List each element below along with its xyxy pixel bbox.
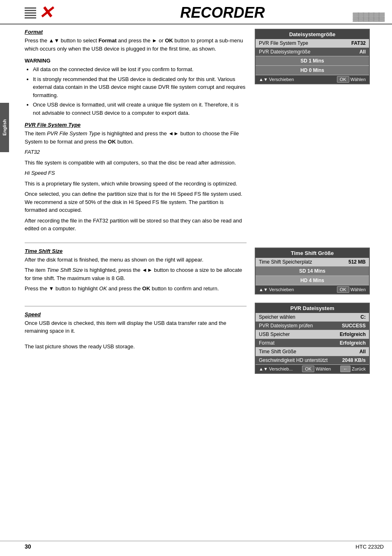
time-shift-intro: After the disk format is finished, the m… — [25, 256, 247, 264]
speed-section: Speed Once USB device is checked, this i… — [0, 303, 392, 379]
pvr-fs-heading: PVR File System Type — [25, 122, 247, 128]
dateisystemgroesse-title: Dateisystemgröße — [256, 30, 369, 39]
logo-lines — [25, 7, 36, 19]
menu-center-hd4: HD 4 Mins — [256, 276, 369, 285]
time-shift-heading: Time Shift Size — [25, 248, 247, 254]
speed-right: PVR Dateisystem Speicher wählen C: PVR D… — [255, 303, 370, 379]
hispeed-text: This is a proprietary file system, which… — [25, 180, 247, 188]
pvr-footer-ok: OK Wählen — [302, 366, 331, 371]
dateisystemgroesse-footer: ▲▼ Verschieben OK Wählen — [256, 75, 369, 83]
time-shift-menu-footer: ▲▼ Verschieben OK Wählen — [256, 285, 369, 294]
footer-ok-waehlen: OK Wählen — [337, 77, 366, 82]
header-dots: ▓▓▓▓▓▓ — [353, 12, 384, 21]
time-shift-left: Time Shift Size After the disk format is… — [25, 239, 247, 299]
warning-heading: WARNING — [25, 58, 247, 64]
ts-footer-ok: OK Wählen — [337, 287, 366, 292]
pvr-dateisystem-title: PVR Dateisystem — [256, 303, 369, 313]
page-title: RECORDER — [61, 4, 384, 21]
pvr-row-timeshift: Time Shift Größe All — [256, 348, 369, 356]
menu-row-time-shift-storage: Time Shift Speicherplatz 512 MB — [256, 258, 369, 266]
menu-row-pvr-fs-type: PVR File System Type FAT32 — [256, 39, 369, 48]
pvr-row-geschw: Geschwindigkeit HD unterstützt 2048 KB/s — [256, 356, 369, 365]
dateisystemgroesse-menu: Dateisystemgröße PVR File System Type FA… — [255, 29, 370, 84]
time-shift-menu-title: Time Shift Größe — [256, 248, 369, 258]
warning-item-3: Once USB device is formatted, unit will … — [33, 101, 247, 117]
page-footer: 30 HTC 2232D — [0, 541, 392, 552]
header: ✕ RECORDER ▓▓▓▓▓▓ — [0, 0, 392, 25]
side-tab: English — [0, 103, 9, 152]
warning-list: All data on the connected device will be… — [33, 65, 247, 117]
time-shift-menu: Time Shift Größe Time Shift Speicherplat… — [255, 248, 370, 294]
fat32-text: This file system is compatible with all … — [25, 159, 247, 167]
hispeed-body-1: Once selected, you can define the partit… — [25, 190, 247, 214]
pvr-row-usb: USB Speicher Erfolgreich — [256, 330, 369, 339]
speed-heading: Speed — [25, 311, 247, 317]
pvr-footer-verschieb: ▲▼ Verschieb... — [259, 366, 293, 371]
pvr-row-format: Format Erfolgreich — [256, 339, 369, 348]
side-tab-label: English — [2, 119, 7, 136]
pvr-fs-text: The item PVR File System Type is highlig… — [25, 130, 247, 146]
logo-area: ✕ — [25, 4, 53, 21]
hispeed-body-2: After recording the file in the FAT32 pa… — [25, 217, 247, 233]
fat32-heading: FAT32 — [25, 148, 247, 156]
speed-text1: Once USB device is checked, this item wi… — [25, 319, 247, 335]
menu-center-sd: SD 1 Mins — [256, 56, 369, 66]
warning-item-1: All data on the connected device will be… — [33, 65, 247, 74]
time-shift-right: Time Shift Größe Time Shift Speicherplat… — [255, 239, 370, 299]
hispeed-heading: Hi Speed FS — [25, 169, 247, 177]
logo-x: ✕ — [39, 4, 53, 21]
pvr-dateisystem-menu: PVR Dateisystem Speicher wählen C: PVR D… — [255, 303, 370, 374]
pvr-dateisystem-footer: ▲▼ Verschieb... OK Wählen ← Zurück — [256, 365, 369, 373]
menu-center-hd: HD 0 Mins — [256, 66, 369, 75]
time-shift-body2: Press the ▼ button to highlight OK and p… — [25, 285, 247, 293]
speed-left: Speed Once USB device is checked, this i… — [25, 303, 247, 379]
time-shift-section: Time Shift Size After the disk format is… — [0, 239, 392, 299]
ts-footer-verschieben: ▲▼ Verschieben — [259, 287, 294, 292]
page-number: 30 — [25, 543, 31, 550]
page-model: HTC 2232D — [355, 544, 384, 550]
left-column: Format Press the ▲▼ button to select For… — [25, 29, 247, 235]
format-heading: Format — [25, 29, 247, 35]
pvr-row-speicher: Speicher wählen C: — [256, 313, 369, 322]
format-intro: Press the ▲▼ button to select Format and… — [25, 37, 247, 53]
footer-verschieben: ▲▼ Verschieben — [259, 77, 294, 82]
time-shift-body1: The item Time Shift Size is highlighted,… — [25, 266, 247, 282]
pvr-row-pruefen: PVR Dateisystem prüfen SUCCESS — [256, 322, 369, 330]
speed-text2: The last picture shows the ready USB sto… — [25, 343, 247, 351]
menu-center-sd14: SD 14 Mins — [256, 266, 369, 276]
warning-item-2: It is strongly recommended that the USB … — [33, 75, 247, 100]
right-column-top: Dateisystemgröße PVR File System Type FA… — [255, 29, 370, 235]
menu-row-pvr-dateisystem: PVR Dateisystemgröße All — [256, 48, 369, 56]
pvr-footer-back: ← Zurück — [340, 366, 366, 371]
main-content: Format Press the ▲▼ button to select For… — [0, 25, 392, 239]
